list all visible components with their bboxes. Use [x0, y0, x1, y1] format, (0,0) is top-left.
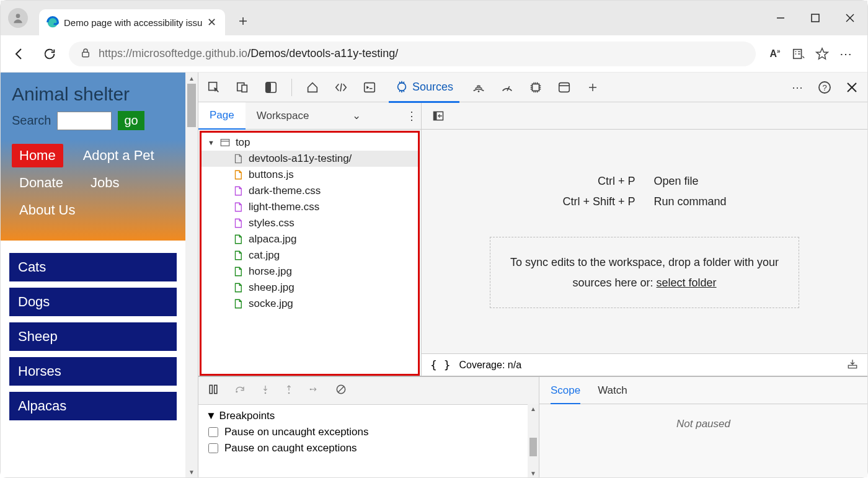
scroll-thumb[interactable]: [187, 84, 196, 127]
tree-file-row[interactable]: light-theme.css: [202, 199, 418, 215]
sources-tab[interactable]: Sources: [389, 73, 459, 103]
pause-uncaught-checkbox[interactable]: [208, 427, 218, 437]
tab-close-icon[interactable]: ✕: [207, 15, 216, 29]
workspace-subtab[interactable]: Workspace⌄: [246, 102, 373, 130]
window-maximize-button[interactable]: [798, 3, 833, 33]
elements-tab-icon[interactable]: [332, 78, 350, 97]
memory-tab-icon[interactable]: [526, 78, 545, 97]
file-icon: [232, 298, 244, 310]
tree-folder-row[interactable]: devtools-a11y-testing/: [202, 151, 418, 167]
select-folder-link[interactable]: select folder: [657, 277, 717, 289]
tree-file-row[interactable]: styles.css: [202, 215, 418, 231]
profile-avatar-icon[interactable]: [8, 8, 28, 28]
animal-dogs[interactable]: Dogs: [9, 288, 177, 316]
svg-rect-36: [215, 385, 217, 393]
back-button[interactable]: [9, 43, 30, 64]
favorite-icon[interactable]: [812, 43, 833, 64]
breakpoints-header[interactable]: ▼ Breakpoints: [206, 410, 531, 422]
step-out-icon[interactable]: [284, 383, 294, 399]
devtools-close-icon[interactable]: [843, 78, 861, 97]
svg-rect-24: [559, 82, 570, 92]
devtools-help-icon[interactable]: ?: [815, 78, 834, 97]
tree-file-row[interactable]: horse.jpg: [202, 263, 418, 280]
format-icon[interactable]: { }: [430, 358, 451, 371]
file-name: light-theme.css: [249, 201, 319, 213]
scroll-down-icon[interactable]: ▼: [530, 469, 536, 477]
page-subtab[interactable]: Page: [198, 102, 246, 130]
browser-tab[interactable]: Demo page with accessibility issu ✕: [39, 9, 225, 35]
coverage-label: Coverage: n/a: [459, 360, 522, 371]
inspect-element-icon[interactable]: [205, 78, 223, 97]
add-tab-icon[interactable]: [583, 78, 602, 97]
more-menu-icon[interactable]: ⋯: [835, 43, 856, 64]
tree-file-row[interactable]: dark-theme.css: [202, 183, 418, 199]
nav-about[interactable]: About Us: [12, 198, 83, 222]
file-navigator-tree: ▼ top devtools-a11y-testing/ buttons.jsd…: [200, 131, 420, 376]
animal-alpacas[interactable]: Alpacas: [9, 392, 177, 420]
step-into-icon[interactable]: [260, 383, 270, 399]
device-toolbar-icon[interactable]: [233, 78, 252, 97]
shortcut-desc: Open file: [654, 175, 760, 188]
file-icon: [232, 233, 244, 246]
window-minimize-button[interactable]: [763, 3, 798, 33]
watch-tab[interactable]: Watch: [598, 384, 627, 397]
navigator-more-icon[interactable]: ⋮: [402, 107, 421, 125]
download-icon[interactable]: [846, 358, 859, 372]
animal-cats[interactable]: Cats: [9, 253, 177, 281]
window-close-button[interactable]: [833, 3, 867, 33]
svg-point-0: [16, 14, 20, 18]
deactivate-breakpoints-icon[interactable]: [335, 383, 347, 399]
tree-file-row[interactable]: cat.jpg: [202, 247, 418, 263]
scroll-thumb[interactable]: [529, 438, 537, 456]
console-tab-icon[interactable]: [360, 78, 379, 97]
network-tab-icon[interactable]: [469, 78, 488, 97]
address-bar[interactable]: https://microsoftedge.github.io/Demos/de…: [69, 42, 756, 66]
tree-file-row[interactable]: socke.jpg: [202, 296, 418, 312]
devtools-more-icon[interactable]: ⋯: [788, 78, 807, 97]
devtools-tabbar: Sources ⋯ ?: [198, 73, 867, 102]
animal-sheep[interactable]: Sheep: [9, 322, 177, 351]
welcome-tab-icon[interactable]: [303, 78, 322, 97]
expand-triangle-icon[interactable]: ▼: [208, 139, 215, 146]
tree-file-row[interactable]: sheep.jpg: [202, 280, 418, 296]
go-button[interactable]: go: [118, 111, 144, 130]
page-scrollbar[interactable]: ▲ ▼: [185, 73, 198, 477]
tree-file-row[interactable]: alpaca.jpg: [202, 231, 418, 247]
file-icon: [232, 185, 244, 197]
new-tab-button[interactable]: [234, 12, 252, 30]
search-input[interactable]: [57, 112, 112, 130]
file-icon: [232, 169, 244, 181]
nav-adopt[interactable]: Adopt a Pet: [76, 144, 162, 167]
pause-caught-row[interactable]: Pause on caught exceptions: [206, 438, 531, 454]
pause-caught-checkbox[interactable]: [208, 443, 218, 453]
toggle-navigator-icon[interactable]: [429, 107, 448, 125]
scroll-up-icon[interactable]: ▲: [530, 404, 536, 413]
nav-jobs[interactable]: Jobs: [83, 171, 126, 195]
step-icon[interactable]: [308, 384, 321, 397]
scope-tab[interactable]: Scope: [551, 384, 580, 404]
pause-uncaught-row[interactable]: Pause on uncaught exceptions: [206, 422, 531, 438]
refresh-button[interactable]: [39, 43, 60, 64]
coverage-bar: { } Coverage: n/a: [422, 353, 867, 376]
read-aloud-icon[interactable]: A»: [764, 43, 786, 64]
file-icon: [232, 265, 244, 278]
nav-donate[interactable]: Donate: [12, 171, 71, 195]
animal-horses[interactable]: Horses: [9, 357, 177, 386]
reading-list-icon[interactable]: [788, 43, 809, 64]
scroll-down-icon[interactable]: ▼: [188, 466, 195, 477]
dock-side-icon[interactable]: [262, 78, 280, 97]
file-name: socke.jpg: [249, 298, 293, 310]
pause-button[interactable]: [207, 383, 219, 399]
scroll-up-icon[interactable]: ▲: [188, 73, 195, 84]
tree-file-row[interactable]: buttons.js: [202, 167, 418, 183]
nav-home[interactable]: Home: [12, 144, 63, 167]
workspace-drop-zone[interactable]: To sync edits to the workspace, drop a f…: [490, 237, 799, 308]
file-name: styles.css: [249, 217, 294, 229]
application-tab-icon[interactable]: [555, 78, 574, 97]
file-icon: [232, 249, 244, 262]
drawer-scrollbar[interactable]: ▲ ▼: [528, 404, 539, 477]
file-icon: [232, 201, 244, 213]
step-over-icon[interactable]: [233, 384, 247, 398]
performance-tab-icon[interactable]: [498, 78, 516, 97]
tree-top-folder[interactable]: ▼ top: [202, 136, 418, 151]
